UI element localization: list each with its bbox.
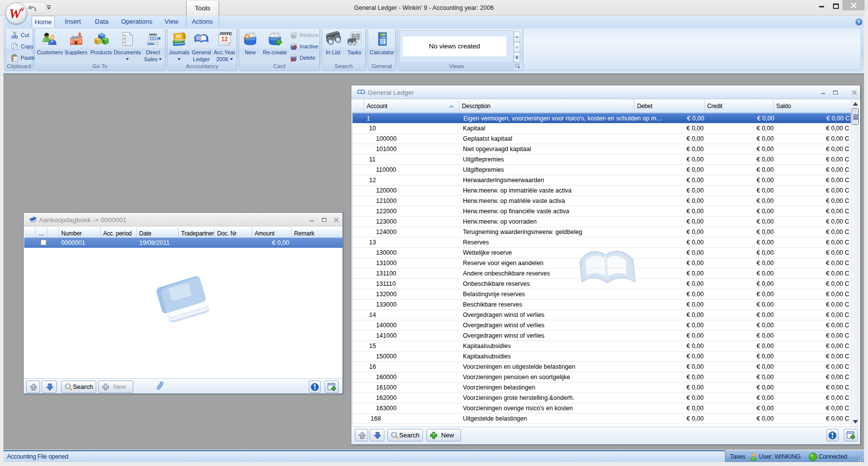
svg-text:W: W [9,6,22,21]
svg-text:12: 12 [221,36,228,42]
svg-text:9: 9 [21,6,24,13]
